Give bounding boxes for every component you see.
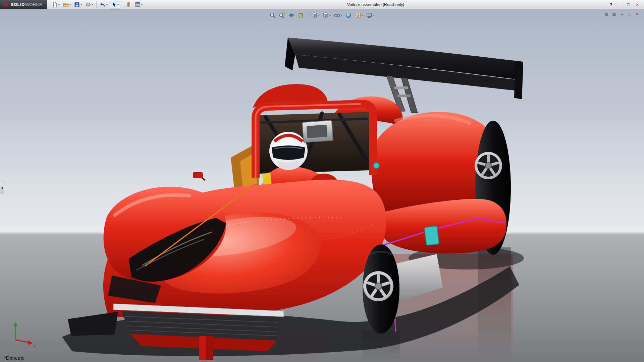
minimize-button[interactable]: – [616, 1, 624, 8]
toolbar-separator [307, 12, 308, 18]
doc-minimize-button[interactable]: – [619, 11, 625, 17]
save-button[interactable]: ▾ [73, 1, 83, 8]
close-button[interactable]: × [633, 1, 641, 8]
zoom-to-area-button[interactable] [278, 11, 286, 19]
front-wheel[interactable] [363, 244, 399, 334]
edit-appearance-button[interactable] [344, 11, 353, 19]
hide-show-items-button[interactable]: ▾ [333, 11, 343, 19]
hide-show-glasses-icon [334, 12, 340, 18]
toolbar-separator [122, 1, 122, 8]
options-panel-icon [135, 2, 141, 7]
collapse-pane-arrow-icon [1, 187, 3, 189]
new-document-icon [52, 2, 58, 7]
section-view-icon [298, 12, 304, 18]
appearance-sphere-icon [345, 12, 352, 18]
window-title: Voiture assemblee [Read-only] [144, 2, 607, 7]
dropdown-arrow-icon[interactable]: ▾ [92, 3, 93, 6]
brand-works: WORKS [25, 2, 42, 7]
rebuild-button[interactable] [124, 1, 133, 8]
titlebar: SOLID WORKS ▾ ▾ ▾ [0, 0, 644, 9]
solidworks-mark-icon [3, 2, 9, 8]
dropdown-arrow-icon[interactable]: ▾ [341, 14, 342, 17]
apply-scene-button[interactable]: ▾ [354, 11, 364, 19]
air-inlet-box [302, 120, 333, 142]
main-toolbar: ▾ ▾ ▾ ▾ [47, 1, 144, 8]
undo-button[interactable]: ▾ [99, 1, 109, 8]
orientation-triad: x [5, 320, 38, 348]
toolbar-separator [96, 1, 97, 8]
zoom-to-fit-button[interactable] [268, 11, 277, 19]
zoom-to-area-icon [279, 12, 285, 18]
open-button[interactable]: ▾ [62, 1, 72, 8]
dropdown-arrow-icon[interactable]: ▾ [329, 14, 331, 17]
dropdown-arrow-icon[interactable]: ▾ [141, 3, 143, 6]
display-style-button[interactable]: ▾ [321, 11, 332, 19]
dropdown-arrow-icon[interactable]: ▾ [318, 14, 319, 17]
dropdown-arrow-icon[interactable]: ▾ [58, 3, 60, 6]
apply-scene-icon [355, 12, 361, 18]
section-view-button[interactable] [297, 11, 305, 19]
dropdown-arrow-icon[interactable]: ▾ [362, 14, 363, 17]
brand-solid: SOLID [11, 2, 25, 7]
print-button[interactable]: ▾ [84, 1, 94, 8]
solidworks-logo: SOLID WORKS [0, 0, 47, 9]
previous-view-button[interactable] [287, 11, 296, 19]
help-button[interactable]: ? [607, 1, 615, 8]
document-window-controls: ▤ ▥ – □ × [603, 11, 641, 17]
graphics-area[interactable] [0, 9, 644, 362]
view-orientation-label: *Dimetric [4, 355, 24, 361]
dropdown-arrow-icon[interactable]: ▾ [80, 3, 82, 6]
zoom-to-fit-icon [269, 12, 276, 18]
doc-restore-button[interactable]: □ [626, 11, 633, 17]
open-folder-icon [63, 2, 69, 7]
display-pane-icon[interactable]: ▥ [611, 11, 618, 17]
maximize-button[interactable]: □ [625, 1, 633, 8]
feature-pane-icon[interactable]: ▤ [603, 11, 610, 17]
undo-arrow-icon [100, 2, 106, 7]
display-style-cube-icon [322, 12, 329, 18]
feature-pane-toggle[interactable] [0, 182, 4, 194]
select-button[interactable]: ▾ [110, 1, 120, 8]
dropdown-arrow-icon[interactable]: ▾ [117, 3, 119, 6]
select-cursor-icon [111, 2, 117, 7]
view-settings-button[interactable]: ▾ [365, 11, 376, 19]
dropdown-arrow-icon[interactable]: ▾ [106, 3, 108, 6]
previous-view-icon [288, 12, 294, 18]
graphics-viewport[interactable]: ▾ ▾ ▾ [0, 9, 644, 362]
print-icon [85, 2, 91, 7]
doc-close-button[interactable]: × [634, 11, 641, 17]
new-document-button[interactable]: ▾ [51, 1, 61, 8]
rebuild-traffic-light-icon [126, 2, 131, 7]
heads-up-toolbar: ▾ ▾ ▾ [268, 11, 375, 19]
view-orientation-cube-icon [311, 12, 317, 18]
view-settings-icon [366, 12, 373, 18]
triad-x-label: x [34, 344, 36, 348]
titlebar-window-controls: ? – □ × [607, 1, 644, 8]
dropdown-arrow-icon[interactable]: ▾ [373, 14, 375, 17]
view-orientation-button[interactable]: ▾ [310, 11, 320, 19]
save-floppy-icon [74, 2, 80, 7]
dropdown-arrow-icon[interactable]: ▾ [69, 3, 71, 6]
options-button[interactable]: ▾ [133, 1, 144, 8]
